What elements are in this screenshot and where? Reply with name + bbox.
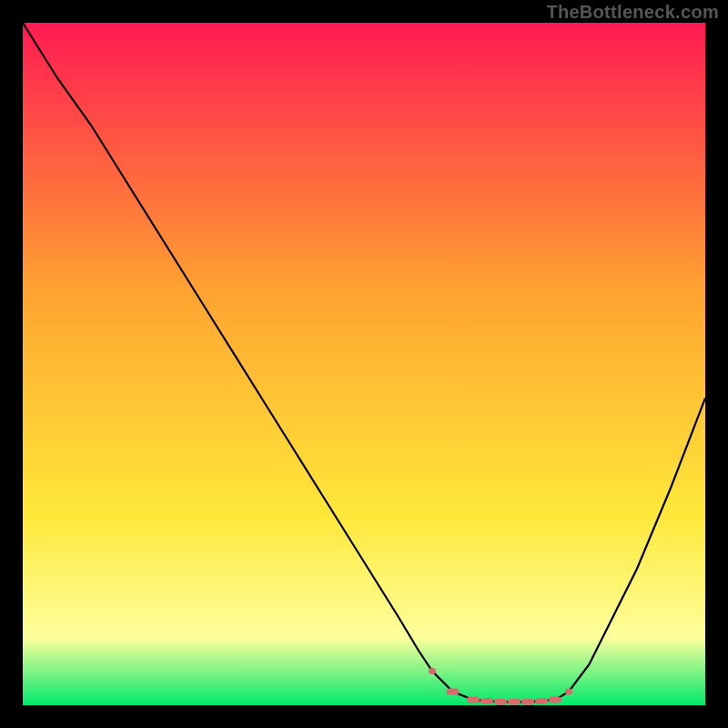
marker-dot [549, 697, 561, 703]
marker-dot [535, 698, 548, 704]
marker-dot [521, 699, 534, 705]
watermark-text: TheBottleneck.com [546, 2, 719, 23]
marker-dot [508, 699, 521, 705]
marker-dot [565, 689, 572, 695]
plot-area [23, 23, 705, 705]
marker-dot [467, 697, 480, 703]
chart-frame: TheBottleneck.com [0, 0, 728, 728]
chart-svg [23, 23, 705, 705]
marker-dot [480, 698, 493, 704]
marker-dot [429, 668, 436, 674]
marker-dot [447, 689, 460, 695]
gradient-background [23, 23, 705, 705]
marker-dot [494, 699, 507, 705]
